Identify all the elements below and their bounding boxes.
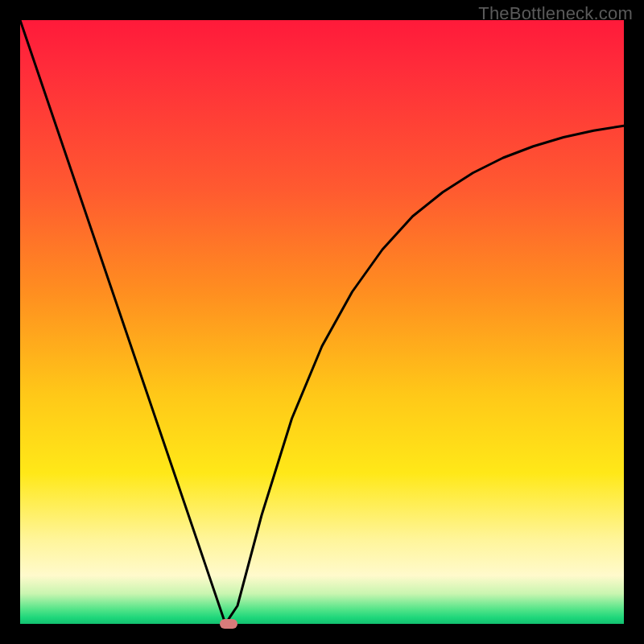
- watermark-text: TheBottleneck.com: [478, 3, 633, 24]
- curve-layer: [20, 20, 624, 624]
- minimum-marker: [220, 619, 237, 629]
- chart-area: [20, 20, 624, 624]
- bottleneck-curve: [20, 20, 624, 624]
